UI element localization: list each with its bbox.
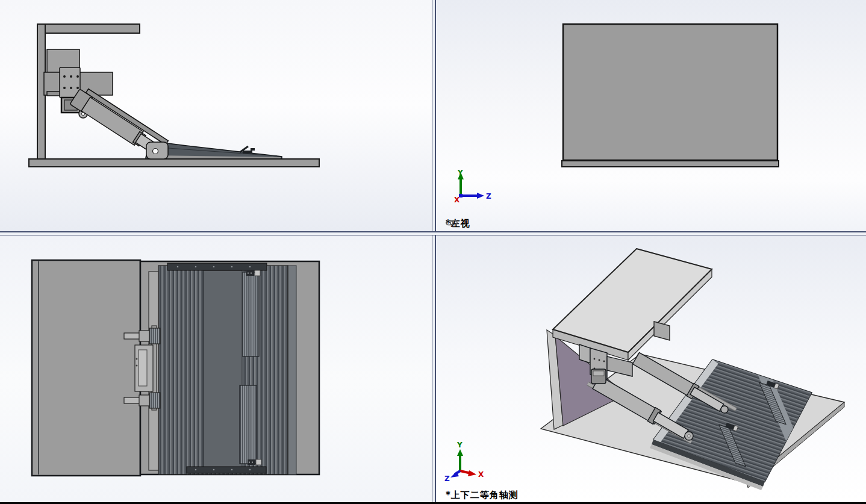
orientation-triad-iso: Y X Z: [444, 441, 484, 483]
bracket-box-top: [593, 371, 604, 376]
top-view-drawing: [0, 235, 432, 502]
floor-plate: [29, 159, 319, 167]
shelf-panel-top: [32, 260, 140, 476]
left-view-drawing: Y Z X: [436, 0, 866, 231]
floor-edge: [562, 161, 779, 167]
viewport-bottom-left[interactable]: [0, 235, 432, 502]
front-view-drawing: [0, 0, 432, 231]
clevis-front-pin: [688, 435, 690, 437]
top-panel: [553, 249, 712, 360]
view-label-left: *左视: [446, 219, 470, 228]
platform-right-rail: [288, 266, 296, 474]
clevis-hole: [153, 149, 158, 154]
viewport-splitter-vertical[interactable]: [432, 0, 436, 502]
viewport-top-right[interactable]: Y Z X *左视: [436, 0, 866, 231]
top-cross-bar: [167, 263, 267, 270]
x-axis-head: [468, 470, 476, 476]
viewport-top-left[interactable]: [0, 0, 432, 231]
y-axis-head: [457, 449, 463, 456]
viewport-splitter-horizontal[interactable]: [0, 231, 866, 235]
z-axis-label: Z: [444, 474, 450, 483]
link-icon: [446, 219, 458, 226]
upper-slot: [243, 270, 260, 356]
view-label-text: *上下二等角轴测: [446, 491, 519, 500]
top-shelf: [37, 24, 140, 33]
isometric-view-drawing: Y X Z: [436, 235, 866, 502]
bottom-cross-bar: [187, 467, 266, 473]
x-axis-label: X: [454, 196, 460, 204]
y-axis-label: Y: [456, 441, 463, 449]
y-axis-label: Y: [457, 169, 463, 177]
ramp-side: [146, 142, 282, 159]
orientation-triad: Y Z X: [454, 169, 491, 204]
center-channel: [204, 270, 242, 471]
viewport-bottom-right[interactable]: Y X Z *上下二等角轴测: [436, 235, 866, 502]
center-bracket-inner: [139, 350, 147, 386]
bracket-left-plate: [579, 344, 590, 363]
z-axis-label: Z: [486, 192, 491, 201]
side-tab: [654, 322, 670, 340]
wall-face: [563, 24, 777, 160]
z-axis-head: [477, 193, 484, 199]
clevis-rear: [721, 406, 728, 413]
cad-multiview-workspace: Y Z X *左视: [0, 0, 866, 504]
view-label-dimetric: *上下二等角轴测: [446, 491, 519, 500]
x-axis-label: X: [478, 470, 484, 479]
